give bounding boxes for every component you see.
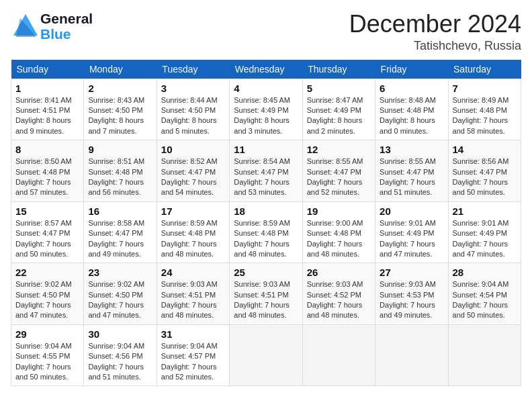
calendar-week-3: 15Sunrise: 8:57 AMSunset: 4:47 PMDayligh… bbox=[11, 201, 521, 263]
calendar-week-5: 29Sunrise: 9:04 AMSunset: 4:55 PMDayligh… bbox=[11, 324, 521, 386]
calendar-cell: 1Sunrise: 8:41 AMSunset: 4:51 PMDaylight… bbox=[11, 79, 84, 140]
calendar-cell: 14Sunrise: 8:56 AMSunset: 4:47 PMDayligh… bbox=[448, 140, 521, 202]
day-number: 9 bbox=[88, 144, 152, 155]
calendar-cell: 17Sunrise: 8:59 AMSunset: 4:48 PMDayligh… bbox=[157, 201, 229, 263]
calendar-cell: 27Sunrise: 9:03 AMSunset: 4:53 PMDayligh… bbox=[375, 263, 448, 325]
day-info: Sunrise: 8:52 AMSunset: 4:47 PMDaylight:… bbox=[161, 156, 225, 198]
weekday-wednesday: Wednesday bbox=[230, 60, 302, 79]
day-number: 3 bbox=[161, 83, 225, 94]
day-info: Sunrise: 8:57 AMSunset: 4:47 PMDaylight:… bbox=[15, 218, 79, 260]
day-info: Sunrise: 9:04 AMSunset: 4:56 PMDaylight:… bbox=[88, 341, 152, 383]
day-number: 25 bbox=[234, 267, 298, 278]
day-info: Sunrise: 9:03 AMSunset: 4:53 PMDaylight:… bbox=[380, 279, 443, 321]
calendar-cell: 25Sunrise: 9:03 AMSunset: 4:51 PMDayligh… bbox=[230, 263, 302, 325]
day-number: 21 bbox=[453, 205, 517, 217]
calendar-cell: 21Sunrise: 9:01 AMSunset: 4:49 PMDayligh… bbox=[448, 201, 521, 263]
day-info: Sunrise: 8:51 AMSunset: 4:48 PMDaylight:… bbox=[88, 156, 152, 198]
day-info: Sunrise: 8:54 AMSunset: 4:47 PMDaylight:… bbox=[234, 156, 298, 198]
day-number: 2 bbox=[88, 83, 152, 94]
title-area: December 2024 Tatishchevo, Russia bbox=[349, 11, 521, 53]
day-number: 14 bbox=[453, 144, 517, 155]
calendar-cell: 31Sunrise: 9:04 AMSunset: 4:57 PMDayligh… bbox=[157, 324, 229, 386]
day-number: 12 bbox=[307, 144, 371, 155]
calendar-cell bbox=[448, 324, 521, 386]
calendar-cell bbox=[375, 324, 448, 386]
day-info: Sunrise: 9:02 AMSunset: 4:50 PMDaylight:… bbox=[88, 279, 152, 321]
day-info: Sunrise: 8:47 AMSunset: 4:49 PMDaylight:… bbox=[307, 95, 371, 137]
day-info: Sunrise: 9:03 AMSunset: 4:51 PMDaylight:… bbox=[161, 279, 225, 321]
calendar-week-2: 8Sunrise: 8:50 AMSunset: 4:48 PMDaylight… bbox=[11, 140, 521, 202]
weekday-tuesday: Tuesday bbox=[157, 60, 229, 79]
day-info: Sunrise: 8:43 AMSunset: 4:50 PMDaylight:… bbox=[88, 95, 152, 137]
day-number: 6 bbox=[380, 83, 443, 94]
calendar-cell: 13Sunrise: 8:55 AMSunset: 4:47 PMDayligh… bbox=[375, 140, 448, 202]
calendar-table: SundayMondayTuesdayWednesdayThursdayFrid… bbox=[11, 60, 521, 387]
calendar-cell bbox=[302, 324, 375, 386]
calendar-cell: 9Sunrise: 8:51 AMSunset: 4:48 PMDaylight… bbox=[84, 140, 157, 202]
day-number: 29 bbox=[15, 328, 79, 340]
day-info: Sunrise: 9:04 AMSunset: 4:57 PMDaylight:… bbox=[161, 341, 225, 383]
calendar-cell: 6Sunrise: 8:48 AMSunset: 4:48 PMDaylight… bbox=[375, 79, 448, 140]
day-info: Sunrise: 9:01 AMSunset: 4:49 PMDaylight:… bbox=[453, 218, 517, 260]
calendar-cell: 15Sunrise: 8:57 AMSunset: 4:47 PMDayligh… bbox=[11, 201, 84, 263]
calendar-cell: 20Sunrise: 9:01 AMSunset: 4:49 PMDayligh… bbox=[375, 201, 448, 263]
day-number: 23 bbox=[88, 267, 152, 278]
day-number: 27 bbox=[380, 267, 443, 278]
calendar-cell: 30Sunrise: 9:04 AMSunset: 4:56 PMDayligh… bbox=[84, 324, 157, 386]
day-number: 15 bbox=[15, 205, 79, 217]
logo-text-general: General bbox=[40, 11, 93, 26]
calendar-cell: 28Sunrise: 9:04 AMSunset: 4:54 PMDayligh… bbox=[448, 263, 521, 325]
logo: General Blue bbox=[11, 11, 93, 42]
day-number: 16 bbox=[88, 205, 152, 217]
day-info: Sunrise: 8:55 AMSunset: 4:47 PMDaylight:… bbox=[380, 156, 443, 198]
calendar-cell: 7Sunrise: 8:49 AMSunset: 4:48 PMDaylight… bbox=[448, 79, 521, 140]
day-number: 18 bbox=[234, 205, 298, 217]
day-info: Sunrise: 9:00 AMSunset: 4:48 PMDaylight:… bbox=[307, 218, 371, 260]
location-title: Tatishchevo, Russia bbox=[349, 39, 521, 53]
calendar-cell: 22Sunrise: 9:02 AMSunset: 4:50 PMDayligh… bbox=[11, 263, 84, 325]
weekday-thursday: Thursday bbox=[302, 60, 375, 79]
weekday-friday: Friday bbox=[375, 60, 448, 79]
day-info: Sunrise: 8:55 AMSunset: 4:47 PMDaylight:… bbox=[307, 156, 371, 198]
day-number: 24 bbox=[161, 267, 225, 278]
day-number: 4 bbox=[234, 83, 298, 94]
day-number: 13 bbox=[380, 144, 443, 155]
day-number: 11 bbox=[234, 144, 298, 155]
day-number: 28 bbox=[453, 267, 517, 278]
calendar-cell: 11Sunrise: 8:54 AMSunset: 4:47 PMDayligh… bbox=[230, 140, 302, 202]
day-number: 20 bbox=[380, 205, 443, 217]
month-title: December 2024 bbox=[349, 11, 521, 38]
calendar-cell bbox=[230, 324, 302, 386]
calendar-body: 1Sunrise: 8:41 AMSunset: 4:51 PMDaylight… bbox=[11, 79, 521, 386]
day-info: Sunrise: 9:04 AMSunset: 4:54 PMDaylight:… bbox=[453, 279, 517, 321]
day-info: Sunrise: 8:59 AMSunset: 4:48 PMDaylight:… bbox=[161, 218, 225, 260]
logo-icon bbox=[11, 11, 40, 41]
weekday-sunday: Sunday bbox=[11, 60, 84, 79]
calendar-cell: 24Sunrise: 9:03 AMSunset: 4:51 PMDayligh… bbox=[157, 263, 229, 325]
day-number: 8 bbox=[15, 144, 79, 155]
calendar-week-1: 1Sunrise: 8:41 AMSunset: 4:51 PMDaylight… bbox=[11, 79, 521, 140]
day-number: 19 bbox=[307, 205, 371, 217]
calendar-cell: 23Sunrise: 9:02 AMSunset: 4:50 PMDayligh… bbox=[84, 263, 157, 325]
day-info: Sunrise: 8:49 AMSunset: 4:48 PMDaylight:… bbox=[453, 95, 517, 137]
day-info: Sunrise: 8:56 AMSunset: 4:47 PMDaylight:… bbox=[453, 156, 517, 198]
day-number: 22 bbox=[15, 267, 79, 278]
calendar-cell: 29Sunrise: 9:04 AMSunset: 4:55 PMDayligh… bbox=[11, 324, 84, 386]
day-info: Sunrise: 8:41 AMSunset: 4:51 PMDaylight:… bbox=[15, 95, 79, 137]
calendar-week-4: 22Sunrise: 9:02 AMSunset: 4:50 PMDayligh… bbox=[11, 263, 521, 325]
weekday-monday: Monday bbox=[84, 60, 157, 79]
calendar-cell: 26Sunrise: 9:03 AMSunset: 4:52 PMDayligh… bbox=[302, 263, 375, 325]
day-info: Sunrise: 8:59 AMSunset: 4:48 PMDaylight:… bbox=[234, 218, 298, 260]
calendar-cell: 5Sunrise: 8:47 AMSunset: 4:49 PMDaylight… bbox=[302, 79, 375, 140]
calendar-cell: 8Sunrise: 8:50 AMSunset: 4:48 PMDaylight… bbox=[11, 140, 84, 202]
weekday-saturday: Saturday bbox=[448, 60, 521, 79]
calendar-cell: 16Sunrise: 8:58 AMSunset: 4:47 PMDayligh… bbox=[84, 201, 157, 263]
day-number: 5 bbox=[307, 83, 371, 94]
day-number: 26 bbox=[307, 267, 371, 278]
day-number: 10 bbox=[161, 144, 225, 155]
calendar-cell: 3Sunrise: 8:44 AMSunset: 4:50 PMDaylight… bbox=[157, 79, 229, 140]
day-info: Sunrise: 9:04 AMSunset: 4:55 PMDaylight:… bbox=[15, 341, 79, 383]
day-info: Sunrise: 8:44 AMSunset: 4:50 PMDaylight:… bbox=[161, 95, 225, 137]
day-info: Sunrise: 8:48 AMSunset: 4:48 PMDaylight:… bbox=[380, 95, 443, 137]
calendar-cell: 4Sunrise: 8:45 AMSunset: 4:49 PMDaylight… bbox=[230, 79, 302, 140]
